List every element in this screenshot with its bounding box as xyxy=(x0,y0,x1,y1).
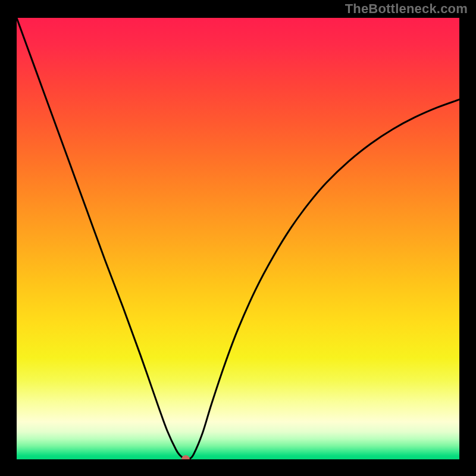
chart-frame: TheBottleneck.com xyxy=(0,0,476,476)
plot-area xyxy=(17,18,459,459)
watermark-text: TheBottleneck.com xyxy=(345,1,468,17)
minimum-marker xyxy=(181,455,190,459)
bottleneck-curve xyxy=(17,18,459,459)
curve-svg xyxy=(17,18,459,459)
